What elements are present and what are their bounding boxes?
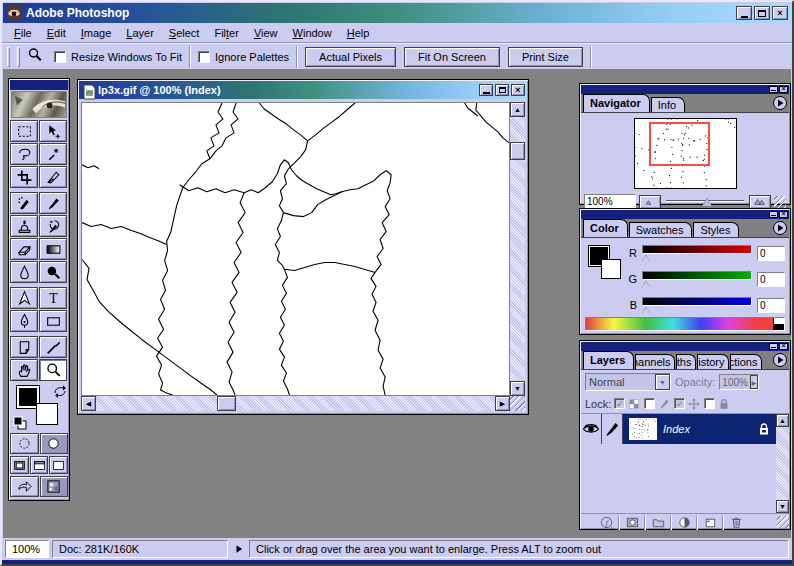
color-title-bar[interactable]: ×	[581, 210, 789, 219]
tab-channels[interactable]: Channels	[635, 354, 675, 369]
tab-swatches[interactable]: Swatches	[629, 222, 693, 237]
tab-layers[interactable]: Layers	[583, 351, 634, 369]
scroll-right-button[interactable]: ▶	[495, 396, 510, 411]
swap-colors-icon[interactable]	[52, 383, 66, 397]
new-layer-icon[interactable]	[699, 515, 721, 530]
scroll-down-button[interactable]: ▼	[510, 381, 525, 396]
gradient-tool[interactable]	[39, 238, 67, 260]
history-brush-tool[interactable]	[39, 215, 67, 237]
crop-tool[interactable]	[10, 166, 38, 188]
palette-close-button[interactable]: ×	[779, 86, 788, 93]
layer-row[interactable]: Index	[581, 414, 776, 444]
foreground-color-swatch[interactable]	[17, 386, 39, 408]
type-tool[interactable]: T	[39, 287, 67, 309]
move-tool[interactable]	[39, 120, 67, 142]
menu-help[interactable]: Help	[340, 25, 378, 41]
zoom-in-mountain-icon[interactable]	[749, 195, 771, 209]
tab-color[interactable]: Color	[583, 219, 628, 237]
channel-slider[interactable]	[642, 271, 752, 280]
close-button[interactable]: ×	[772, 6, 788, 20]
doc-close-button[interactable]: ×	[511, 84, 525, 96]
slider-marker-icon[interactable]	[642, 281, 650, 287]
scroll-up-button[interactable]: ▲	[510, 102, 525, 117]
layer-visibility-eye-icon[interactable]	[581, 414, 602, 444]
scroll-left-button[interactable]: ◀	[81, 396, 96, 411]
layer-style-icon[interactable]: f	[595, 515, 617, 530]
chevron-right-icon[interactable]: ▶	[750, 375, 758, 389]
background-color-swatch[interactable]	[37, 404, 57, 424]
blur-tool[interactable]	[10, 261, 38, 283]
channel-value-field[interactable]: 0	[757, 298, 785, 313]
rectangle-tool[interactable]	[39, 310, 67, 332]
image-lock-checkbox[interactable]	[644, 398, 655, 409]
horizontal-scroll-thumb[interactable]	[217, 396, 236, 411]
navigator-zoom-field[interactable]: 100%	[584, 194, 636, 209]
navigator-title-bar[interactable]: ×	[581, 85, 789, 94]
navigator-view-box[interactable]	[649, 122, 711, 165]
tab-info[interactable]: Info	[651, 97, 685, 112]
jump-to-imageready-button[interactable]	[10, 476, 39, 497]
tab-navigator[interactable]: Navigator	[583, 94, 650, 112]
imageready-icon[interactable]	[40, 476, 69, 497]
document-title-bar[interactable]: lp3x.gif @ 100% (Index) ×	[79, 81, 527, 99]
toolbox-title-bar[interactable]	[10, 80, 68, 90]
eraser-tool[interactable]	[10, 238, 38, 260]
status-popup-icon[interactable]	[231, 540, 246, 558]
menu-select[interactable]: Select	[162, 25, 208, 41]
magic-wand-tool[interactable]	[39, 143, 67, 165]
slice-tool[interactable]	[39, 166, 67, 188]
fullscreen-button[interactable]	[49, 456, 68, 474]
palette-close-button[interactable]: ×	[779, 343, 788, 350]
menu-filter[interactable]: Filter	[207, 25, 246, 41]
menu-file[interactable]: File	[7, 25, 40, 41]
tab-actions[interactable]: Actions	[730, 354, 762, 369]
horizontal-scrollbar[interactable]: ◀ ▶	[81, 396, 510, 411]
options-grip[interactable]	[17, 47, 20, 67]
layer-mask-icon[interactable]	[621, 515, 643, 530]
path-select-tool[interactable]	[10, 287, 38, 309]
palette-menu-icon[interactable]	[772, 220, 786, 234]
maximize-button[interactable]	[754, 6, 770, 20]
tab-paths[interactable]: Paths	[676, 354, 696, 369]
lasso-tool[interactable]	[10, 143, 38, 165]
channel-slider[interactable]	[642, 297, 752, 306]
menu-view[interactable]: View	[247, 25, 286, 41]
palette-minimize-button[interactable]	[769, 86, 778, 93]
tab-styles[interactable]: Styles	[693, 222, 739, 237]
airbrush-tool[interactable]	[10, 192, 38, 214]
spectrum-black-swatch[interactable]	[773, 324, 784, 330]
adjustment-layer-icon[interactable]	[673, 515, 695, 530]
options-grip[interactable]	[7, 47, 10, 67]
layer-editing-brush-icon[interactable]	[602, 414, 623, 444]
print-size-button[interactable]: Print Size	[508, 47, 583, 67]
layer-thumbnail[interactable]	[629, 418, 657, 440]
zoom-out-mountain-icon[interactable]	[639, 195, 661, 209]
resize-windows-checkbox[interactable]	[54, 51, 66, 63]
palette-minimize-button[interactable]	[769, 343, 778, 350]
palette-menu-icon[interactable]	[772, 95, 786, 109]
default-colors-icon[interactable]	[12, 415, 26, 429]
menu-layer[interactable]: Layer	[119, 25, 162, 41]
all-lock-checkbox[interactable]	[704, 398, 715, 409]
tab-history[interactable]: History	[697, 354, 729, 369]
document-canvas[interactable]	[81, 102, 510, 396]
marquee-tool[interactable]	[10, 120, 38, 142]
fit-on-screen-button[interactable]: Fit On Screen	[404, 47, 500, 67]
vertical-scroll-thumb[interactable]	[510, 142, 525, 160]
scroll-up-button[interactable]: ▲	[776, 414, 789, 427]
slider-marker-icon[interactable]	[642, 307, 650, 313]
palette-minimize-button[interactable]	[769, 211, 778, 218]
eyedropper-tool[interactable]	[39, 336, 67, 358]
notes-tool[interactable]	[10, 336, 38, 358]
navigator-zoom-slider[interactable]	[664, 195, 746, 209]
quick-mask-mode-button[interactable]	[40, 433, 69, 454]
blend-mode-select[interactable]: Normal ▼	[585, 373, 671, 391]
slider-marker-icon[interactable]	[642, 255, 650, 261]
transparency-lock-checkbox[interactable]: ✓	[614, 398, 625, 409]
status-doc-info[interactable]: Doc: 281K/160K	[52, 540, 228, 558]
minimize-button[interactable]	[736, 6, 752, 20]
doc-maximize-button[interactable]	[495, 84, 509, 96]
palette-close-button[interactable]: ×	[779, 211, 788, 218]
opacity-field[interactable]: 100% ▶	[719, 374, 759, 390]
channel-slider[interactable]	[642, 245, 752, 254]
